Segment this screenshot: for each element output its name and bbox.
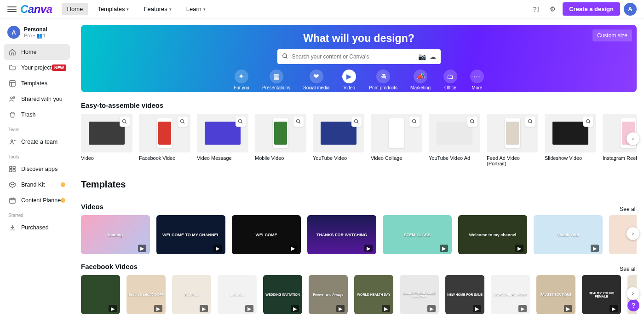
nav-home[interactable]: Home <box>62 3 89 15</box>
facebook-video-template[interactable]: Beauty Deals 50% OFF▶ <box>126 275 166 314</box>
sidebar-section-starred: Starred <box>4 208 70 220</box>
magnify-icon[interactable] <box>178 117 188 127</box>
quick-video[interactable]: ▶Video <box>342 70 356 90</box>
easy-item-youtube-video[interactable]: YouTube Video <box>313 114 364 166</box>
quick-actions-row: ✦For you▦Presentations❤Social media▶Vide… <box>234 70 484 90</box>
video-template[interactable]: WELCOME TO MY CHANNEL▶ <box>156 215 225 254</box>
easy-item-video-collage[interactable]: Video Collage <box>371 114 422 166</box>
scroll-right-button[interactable]: › <box>627 132 639 145</box>
team-plan: Pro • 👥1 <box>24 33 47 39</box>
easy-item-video-message[interactable]: Video Message <box>197 114 248 166</box>
scroll-right-button[interactable]: › <box>627 227 639 240</box>
nav-templates[interactable]: Templates▾ <box>92 3 134 15</box>
videos-see-all[interactable]: See all <box>620 206 637 212</box>
video-template[interactable]: loading▶ <box>81 215 150 254</box>
magnify-icon[interactable] <box>351 117 362 127</box>
hero-banner: Custom size What will you design? 📷 ☁ ✦F… <box>81 25 637 92</box>
quick-print-products[interactable]: 🖶Print products <box>369 70 397 90</box>
nav-features[interactable]: Features▾ <box>138 3 177 15</box>
facebook-videos-see-all[interactable]: See all <box>620 266 637 272</box>
svg-point-3 <box>11 97 12 99</box>
magnify-icon[interactable] <box>467 117 477 127</box>
sidebar-tool-content-planner[interactable]: Content Planner <box>4 193 70 208</box>
template-caption: WORLD HEALTH DAY <box>355 293 392 296</box>
easy-item-youtube-video-ad[interactable]: YouTube Video Ad <box>429 114 480 166</box>
svg-point-30 <box>471 120 474 123</box>
quick-for-you[interactable]: ✦For you <box>234 70 249 90</box>
easy-item-mobile-video[interactable]: Mobile Video <box>255 114 306 166</box>
template-caption: Aesthetic <box>183 293 201 296</box>
facebook-video-template[interactable]: WEDDING INVITATION▶ <box>263 275 302 314</box>
sidebar-item-trash[interactable]: Trash <box>4 107 70 123</box>
scroll-right-button[interactable]: › <box>627 287 639 300</box>
sidebar-item-home[interactable]: Home <box>4 44 70 60</box>
play-icon: ▶ <box>213 246 222 252</box>
easy-item-video[interactable]: Video <box>81 114 132 166</box>
canva-logo[interactable]: Canva <box>20 3 52 16</box>
team-avatar: A <box>7 26 20 39</box>
magnify-icon[interactable] <box>525 117 535 127</box>
upload-icon[interactable]: ☁ <box>430 53 436 60</box>
facebook-video-template[interactable]: Shoutout▶ <box>218 275 257 314</box>
quick-marketing[interactable]: 📣Marketing <box>410 70 431 90</box>
template-caption: Forever and Always <box>311 293 345 296</box>
create-design-button[interactable]: Create a design <box>563 2 620 16</box>
video-template[interactable]: Thank You!▶ <box>534 215 603 254</box>
sidebar-tool-discover-apps[interactable]: Discover apps <box>4 161 70 177</box>
sidebar-item-templates[interactable]: Templates <box>4 76 70 91</box>
camera-icon[interactable]: 📷 <box>418 53 426 60</box>
facebook-video-template[interactable]: Forever and Always▶ <box>309 275 348 314</box>
facebook-video-template[interactable]: BEAUTY YOUNG FEMALE▶ <box>582 275 621 314</box>
facebook-video-template[interactable]: WORLD HEALTH DAY▶ <box>354 275 393 314</box>
video-template[interactable]: STEM CLASS▶ <box>383 215 452 254</box>
facebook-video-template[interactable]: WORLD HEALTH DAY▶ <box>491 275 530 314</box>
play-icon: ▶ <box>515 246 523 252</box>
facebook-video-template[interactable]: ▶ <box>81 275 120 314</box>
help-icon[interactable]: ?⃝ <box>529 3 542 16</box>
magnify-icon[interactable] <box>120 117 130 127</box>
sidebar-starred-purchased[interactable]: Purchased <box>4 220 70 235</box>
settings-icon[interactable]: ⚙ <box>546 3 559 16</box>
easy-item-facebook-video[interactable]: Facebook Video <box>139 114 190 166</box>
magnify-icon[interactable] <box>236 117 246 127</box>
quick-office[interactable]: 🗂Office <box>443 70 457 90</box>
facebook-video-template[interactable]: Aesthetic▶ <box>172 275 211 314</box>
user-avatar[interactable]: A <box>624 3 637 16</box>
video-template[interactable]: Welcome to my channel▶ <box>458 215 527 254</box>
svg-line-31 <box>473 123 475 124</box>
svg-line-19 <box>126 123 127 124</box>
facebook-video-template[interactable]: SMARTPHONE SALE 30% OFF▶ <box>400 275 439 314</box>
template-caption: Shoutout <box>228 293 246 296</box>
item-label: Instagram Reel <box>603 155 637 161</box>
sidebar-item-shared-with-you[interactable]: Shared with you <box>4 91 70 107</box>
facebook-video-template[interactable]: FAUGET BOUTIQUE▶ <box>536 275 575 314</box>
video-template[interactable]: THANKS FOR WATCHING▶ <box>307 215 376 254</box>
hero-search[interactable]: 📷 ☁ <box>277 49 441 64</box>
easy-item-feed-ad-video-(portrait)[interactable]: Feed Ad Video (Portrait) <box>487 114 538 166</box>
quick-social-media[interactable]: ❤Social media <box>303 70 329 90</box>
template-caption: NEW HOME FOR SALE <box>445 293 484 296</box>
help-fab[interactable]: ? <box>627 299 639 311</box>
sidebar-item-your-projects[interactable]: Your projectsNEW <box>4 60 70 76</box>
video-template[interactable]: WELCOME▶ <box>232 215 301 254</box>
search-input[interactable] <box>292 53 414 60</box>
easy-item-slideshow-video[interactable]: Slideshow Video <box>545 114 596 166</box>
magnify-icon[interactable] <box>409 117 420 127</box>
custom-size-button[interactable]: Custom size <box>592 29 632 41</box>
sidebar: A Personal Pro • 👥1 HomeYour projectsNEW… <box>0 18 74 316</box>
quick-presentations[interactable]: ▦Presentations <box>262 70 290 90</box>
magnify-icon[interactable] <box>293 117 304 127</box>
sidebar-section-team: Team <box>4 123 70 134</box>
quick-more[interactable]: ⋯More <box>470 70 484 90</box>
sidebar-tool-brand-kit[interactable]: Brand Kit <box>4 177 70 193</box>
nav-learn[interactable]: Learn▾ <box>181 3 211 15</box>
svg-point-20 <box>181 120 184 123</box>
magnify-icon[interactable] <box>583 117 593 127</box>
svg-rect-0 <box>10 81 15 86</box>
hamburger-menu[interactable] <box>7 5 17 14</box>
hero-title: What will you design? <box>303 32 414 45</box>
facebook-video-template[interactable]: NEW HOME FOR SALE▶ <box>445 275 484 314</box>
sidebar-team-create-a-team[interactable]: Create a team <box>4 134 70 150</box>
item-label: Video Collage <box>371 155 422 161</box>
team-switcher[interactable]: A Personal Pro • 👥1 <box>4 24 70 44</box>
